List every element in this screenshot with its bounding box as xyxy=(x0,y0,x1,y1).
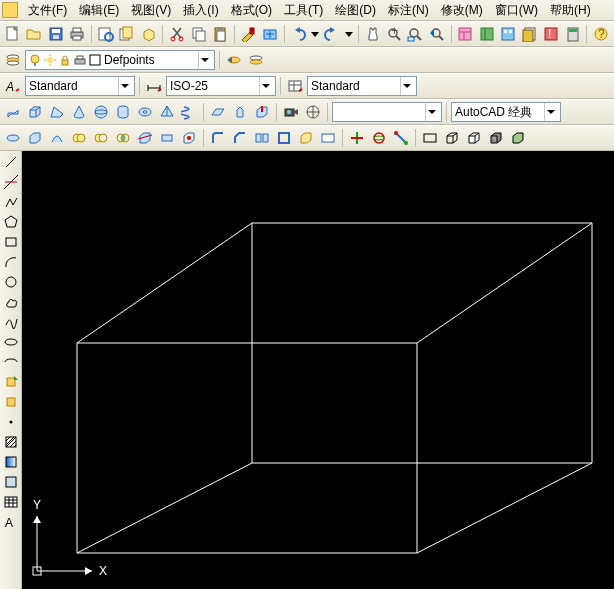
print-button[interactable] xyxy=(67,24,86,44)
point-button[interactable] xyxy=(2,413,20,431)
revcloud-button[interactable] xyxy=(2,293,20,311)
plot-preview-button[interactable] xyxy=(96,24,115,44)
cylinder-button[interactable] xyxy=(113,102,133,122)
table-button[interactable] xyxy=(2,493,20,511)
gradient-button[interactable] xyxy=(2,453,20,471)
section-button[interactable] xyxy=(296,128,316,148)
layer-previous-button[interactable] xyxy=(224,50,244,70)
planar-surface-button[interactable] xyxy=(208,102,228,122)
calc-button[interactable] xyxy=(563,24,582,44)
flatshot-button[interactable] xyxy=(318,128,338,148)
open-button[interactable] xyxy=(24,24,43,44)
layer-states-button[interactable] xyxy=(246,50,266,70)
menu-window[interactable]: 窗口(W) xyxy=(489,0,544,21)
insert-block-button[interactable] xyxy=(2,373,20,391)
separate-button[interactable] xyxy=(252,128,272,148)
match-props-button[interactable] xyxy=(239,24,258,44)
intersect-button[interactable] xyxy=(113,128,133,148)
save-button[interactable] xyxy=(46,24,65,44)
visual-style-wireframe-button[interactable] xyxy=(442,128,462,148)
presspull-button[interactable] xyxy=(252,102,272,122)
menu-format[interactable]: 格式(O) xyxy=(225,0,278,21)
command-selector[interactable] xyxy=(332,102,442,122)
menu-tools[interactable]: 工具(T) xyxy=(278,0,329,21)
union-button[interactable] xyxy=(69,128,89,148)
mtext-button[interactable]: A xyxy=(2,513,20,531)
zoom-realtime-button[interactable]: + xyxy=(384,24,403,44)
extrude-button[interactable] xyxy=(230,102,250,122)
polygon-button[interactable] xyxy=(2,213,20,231)
subtract-button[interactable] xyxy=(91,128,111,148)
rectangle-button[interactable] xyxy=(2,233,20,251)
visual-style-2d-button[interactable] xyxy=(420,128,440,148)
polyline-button[interactable] xyxy=(2,193,20,211)
paste-button[interactable] xyxy=(210,24,229,44)
arc-button[interactable] xyxy=(2,253,20,271)
3dmove-button[interactable] xyxy=(347,128,367,148)
walk-button[interactable] xyxy=(303,102,323,122)
helix-button[interactable] xyxy=(179,102,199,122)
camera-button[interactable] xyxy=(281,102,301,122)
shell-button[interactable] xyxy=(274,128,294,148)
thicken-button[interactable] xyxy=(157,128,177,148)
torus-button[interactable] xyxy=(135,102,155,122)
loft-button[interactable] xyxy=(47,128,67,148)
menu-file[interactable]: 文件(F) xyxy=(22,0,73,21)
3dalign-button[interactable] xyxy=(391,128,411,148)
hatch-button[interactable] xyxy=(2,433,20,451)
polysolid-button[interactable] xyxy=(3,102,23,122)
visual-style-hidden-button[interactable] xyxy=(464,128,484,148)
dim-style-selector[interactable]: ISO-25 xyxy=(166,76,276,96)
menu-draw[interactable]: 绘图(D) xyxy=(329,0,382,21)
tool-palettes-button[interactable] xyxy=(499,24,518,44)
block-editor-button[interactable] xyxy=(260,24,279,44)
fillet-edge-button[interactable] xyxy=(208,128,228,148)
sheet-set-button[interactable] xyxy=(520,24,539,44)
cone-button[interactable] xyxy=(69,102,89,122)
imprint-button[interactable] xyxy=(179,128,199,148)
ellipse-arc-button[interactable] xyxy=(2,353,20,371)
sphere-button[interactable] xyxy=(91,102,111,122)
make-block-button[interactable] xyxy=(2,393,20,411)
layer-manager-button[interactable] xyxy=(3,50,23,70)
layer-selector[interactable]: Defpoints xyxy=(25,50,215,70)
3drotate-button[interactable] xyxy=(369,128,389,148)
circle-button[interactable] xyxy=(2,273,20,291)
new-button[interactable] xyxy=(3,24,22,44)
text-style-selector[interactable]: Standard xyxy=(25,76,135,96)
chamfer-edge-button[interactable] xyxy=(230,128,250,148)
menu-edit[interactable]: 编辑(E) xyxy=(73,0,125,21)
text-style-button[interactable]: A xyxy=(3,76,23,96)
zoom-previous-button[interactable] xyxy=(427,24,446,44)
visual-style-realistic-button[interactable] xyxy=(486,128,506,148)
design-center-button[interactable] xyxy=(477,24,496,44)
markup-button[interactable]: ! xyxy=(541,24,560,44)
help-button[interactable]: ? xyxy=(591,24,610,44)
drawing-canvas[interactable]: X Y xyxy=(22,151,614,589)
spline-button[interactable] xyxy=(2,313,20,331)
redo-drop-button[interactable] xyxy=(344,24,354,44)
3dprint-button[interactable] xyxy=(139,24,158,44)
cut-button[interactable] xyxy=(167,24,186,44)
slice-button[interactable] xyxy=(135,128,155,148)
menu-help[interactable]: 帮助(H) xyxy=(544,0,597,21)
dim-style-button[interactable] xyxy=(144,76,164,96)
properties-button[interactable] xyxy=(456,24,475,44)
menu-view[interactable]: 视图(V) xyxy=(125,0,177,21)
undo-button[interactable] xyxy=(289,24,308,44)
undo-drop-button[interactable] xyxy=(310,24,320,44)
copy-button[interactable] xyxy=(189,24,208,44)
region-button[interactable] xyxy=(2,473,20,491)
zoom-window-button[interactable] xyxy=(406,24,425,44)
visual-style-conceptual-button[interactable] xyxy=(508,128,528,148)
pyramid-button[interactable] xyxy=(157,102,177,122)
menu-dimension[interactable]: 标注(N) xyxy=(382,0,435,21)
pan-button[interactable] xyxy=(363,24,382,44)
table-style-button[interactable] xyxy=(285,76,305,96)
menu-insert[interactable]: 插入(I) xyxy=(177,0,224,21)
revolve-button[interactable] xyxy=(3,128,23,148)
publish-button[interactable] xyxy=(117,24,136,44)
table-style-selector[interactable]: Standard xyxy=(307,76,417,96)
redo-button[interactable] xyxy=(322,24,341,44)
workspace-selector[interactable]: AutoCAD 经典 xyxy=(451,102,561,122)
